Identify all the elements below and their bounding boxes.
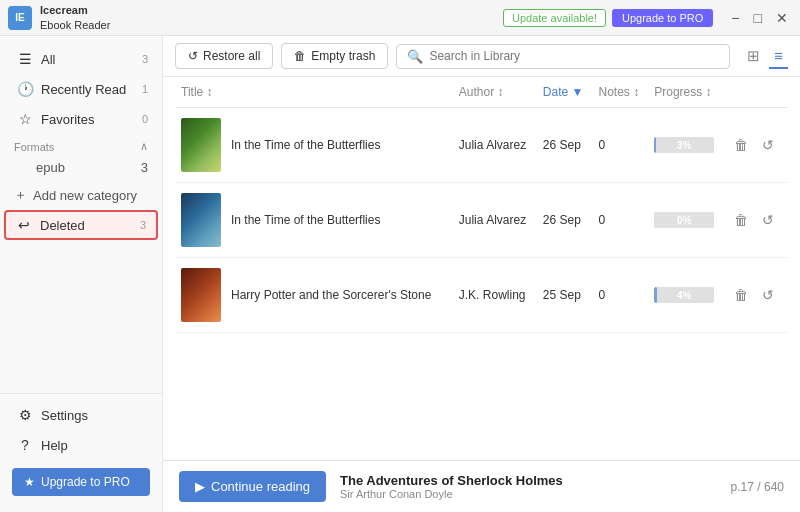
cell-progress: 4% [648, 258, 724, 333]
col-notes[interactable]: Notes ↕ [592, 77, 648, 108]
current-book-author: Sir Arthur Conan Doyle [340, 488, 717, 500]
sidebar-item-help[interactable]: ? Help [0, 430, 162, 460]
deleted-icon: ↩ [16, 217, 32, 233]
cell-progress: 3% [648, 108, 724, 183]
progress-label: 3% [654, 137, 714, 153]
epub-count: 3 [141, 160, 148, 175]
table-row: Harry Potter and the Sorcerer's Stone J.… [175, 258, 788, 333]
progress-bar-bg: 3% [654, 137, 714, 153]
restore-all-label: Restore all [203, 49, 260, 63]
table-row: In the Time of the Butterflies Julia Alv… [175, 108, 788, 183]
cell-author: Julia Alvarez [453, 183, 537, 258]
continue-reading-button[interactable]: ▶ Continue reading [179, 471, 326, 502]
cell-title: In the Time of the Butterflies [175, 183, 453, 258]
col-title[interactable]: Title ↕ [175, 77, 453, 108]
action-buttons: 🗑 ↺ [730, 210, 782, 230]
sidebar-bottom: ⚙ Settings ? Help ★ Upgrade to PRO [0, 393, 162, 504]
empty-trash-button[interactable]: 🗑 Empty trash [281, 43, 388, 69]
sidebar-item-all-label: All [41, 52, 134, 67]
upgrade-sidebar-button[interactable]: ★ Upgrade to PRO [12, 468, 150, 496]
books-table: Title ↕ Author ↕ Date ▼ Notes ↕ Progress… [175, 77, 788, 333]
app-name: Icecream Ebook Reader [40, 3, 110, 32]
col-author[interactable]: Author ↕ [453, 77, 537, 108]
cell-actions: 🗑 ↺ [724, 108, 788, 183]
cell-date: 26 Sep [537, 108, 593, 183]
table-area: Title ↕ Author ↕ Date ▼ Notes ↕ Progress… [163, 77, 800, 460]
table-body: In the Time of the Butterflies Julia Alv… [175, 108, 788, 333]
sidebar-item-settings[interactable]: ⚙ Settings [0, 400, 162, 430]
search-input[interactable] [429, 49, 719, 63]
col-date[interactable]: Date ▼ [537, 77, 593, 108]
restore-all-button[interactable]: ↺ Restore all [175, 43, 273, 69]
progress-bar-wrap: 0% [654, 212, 718, 228]
table-header: Title ↕ Author ↕ Date ▼ Notes ↕ Progress… [175, 77, 788, 108]
progress-label: 0% [654, 212, 714, 228]
progress-label: 4% [654, 287, 714, 303]
epub-label: epub [36, 160, 65, 175]
book-title-text: In the Time of the Butterflies [231, 213, 380, 227]
sidebar-formats-label: Formats [14, 141, 54, 153]
minimize-button[interactable]: − [727, 10, 743, 26]
delete-button[interactable]: 🗑 [730, 285, 752, 305]
main-layout: ☰ All 3 🕐 Recently Read 1 ☆ Favorites 0 … [0, 36, 800, 512]
progress-bar-bg: 0% [654, 212, 714, 228]
restore-button[interactable]: ↺ [758, 285, 778, 305]
current-book-title: The Adventures of Sherlock Holmes [340, 473, 717, 488]
continue-reading-label: Continue reading [211, 479, 310, 494]
cell-actions: 🗑 ↺ [724, 258, 788, 333]
view-toggle: ⊞ ≡ [742, 44, 788, 69]
restore-button[interactable]: ↺ [758, 210, 778, 230]
action-buttons: 🗑 ↺ [730, 285, 782, 305]
title-bar-left: IE Icecream Ebook Reader [8, 3, 110, 32]
close-button[interactable]: ✕ [772, 10, 792, 26]
col-progress[interactable]: Progress ↕ [648, 77, 724, 108]
sidebar-item-recently-read[interactable]: 🕐 Recently Read 1 [0, 74, 162, 104]
delete-button[interactable]: 🗑 [730, 210, 752, 230]
current-book-page: p.17 / 640 [731, 480, 784, 494]
delete-button[interactable]: 🗑 [730, 135, 752, 155]
restore-button[interactable]: ↺ [758, 135, 778, 155]
grid-view-button[interactable]: ⊞ [742, 44, 765, 69]
trash-icon: 🗑 [294, 49, 306, 63]
sidebar-item-favorites[interactable]: ☆ Favorites 0 [0, 104, 162, 134]
content-area: ↺ Restore all 🗑 Empty trash 🔍 ⊞ ≡ Tit [163, 36, 800, 512]
sidebar-item-deleted-label: Deleted [40, 218, 132, 233]
sidebar-item-settings-label: Settings [41, 408, 148, 423]
progress-sort-icon: ↕ [706, 85, 712, 99]
date-sort-icon: ▼ [572, 85, 584, 99]
book-title-cell: In the Time of the Butterflies [181, 118, 447, 172]
recently-read-icon: 🕐 [17, 81, 33, 97]
toolbar: ↺ Restore all 🗑 Empty trash 🔍 ⊞ ≡ [163, 36, 800, 77]
progress-bar-wrap: 3% [654, 137, 718, 153]
sidebar-item-deleted-count: 3 [140, 219, 146, 231]
sidebar-item-deleted[interactable]: ↩ Deleted 3 [4, 210, 158, 240]
book-cover [181, 193, 221, 247]
update-available-button[interactable]: Update available! [503, 9, 606, 27]
book-cover [181, 118, 221, 172]
search-box: 🔍 [396, 44, 730, 69]
title-bar: IE Icecream Ebook Reader Update availabl… [0, 0, 800, 36]
col-actions [724, 77, 788, 108]
sidebar-sub-epub[interactable]: epub 3 [0, 155, 162, 180]
formats-chevron-icon: ∧ [140, 140, 148, 153]
add-category-plus-icon: ＋ [14, 186, 27, 204]
progress-bar-wrap: 4% [654, 287, 718, 303]
cell-author: J.K. Rowling [453, 258, 537, 333]
list-view-button[interactable]: ≡ [769, 44, 788, 69]
upgrade-to-pro-button[interactable]: Upgrade to PRO [612, 9, 713, 27]
current-book-info: The Adventures of Sherlock Holmes Sir Ar… [340, 473, 717, 500]
empty-trash-label: Empty trash [311, 49, 375, 63]
cell-date: 26 Sep [537, 183, 593, 258]
cell-date: 25 Sep [537, 258, 593, 333]
maximize-button[interactable]: □ [750, 10, 766, 26]
window-controls: − □ ✕ [727, 10, 792, 26]
cell-title: Harry Potter and the Sorcerer's Stone [175, 258, 453, 333]
cell-notes: 0 [592, 183, 648, 258]
book-title-cell: In the Time of the Butterflies [181, 193, 447, 247]
settings-icon: ⚙ [17, 407, 33, 423]
sidebar-item-all[interactable]: ☰ All 3 [0, 44, 162, 74]
sidebar-add-category[interactable]: ＋ Add new category [0, 180, 162, 210]
upgrade-star-icon: ★ [24, 475, 35, 489]
favorites-icon: ☆ [17, 111, 33, 127]
sidebar-formats-section[interactable]: Formats ∧ [0, 134, 162, 155]
